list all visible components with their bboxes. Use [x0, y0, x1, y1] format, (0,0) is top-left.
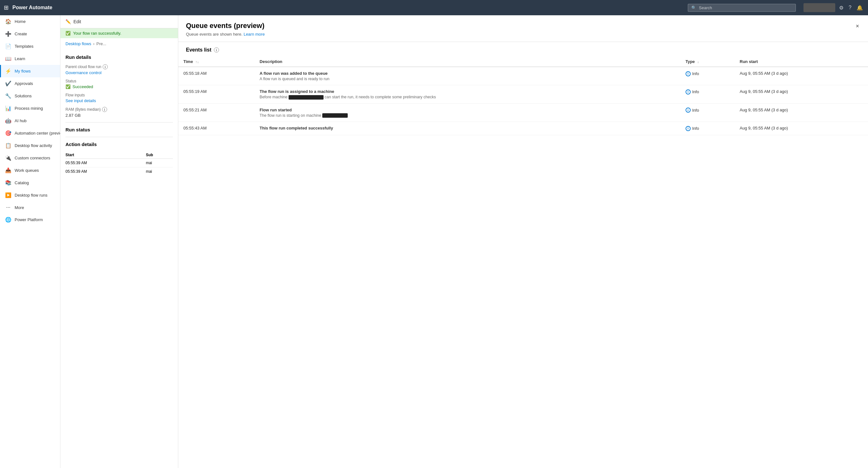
settings-icon[interactable]: ⚙	[838, 3, 845, 12]
info-circle-2: i	[686, 89, 691, 94]
event-row4-desc: This flow run completed successfully	[255, 122, 680, 135]
governance-control-link[interactable]: Governance control	[65, 70, 173, 75]
sidebar-item-power-platform[interactable]: 🌐 Power Platform	[0, 213, 60, 226]
sidebar-item-work-queues[interactable]: 📥 Work queues	[0, 164, 60, 177]
ram-info-icon[interactable]: ℹ	[102, 107, 107, 112]
event-row2-type: i Info	[680, 85, 735, 104]
home-icon: 🏠	[5, 19, 11, 25]
parent-cloud-flow-info-icon[interactable]: ℹ	[103, 64, 108, 69]
action-row2-start: 05:55:39 AM	[65, 167, 146, 176]
topbar-icons: ⚙ ? 🔔	[804, 3, 864, 12]
type-col-header: Type ↓	[680, 57, 735, 67]
event-row3-desc-sub: The flow run is starting on machine	[260, 113, 675, 118]
see-input-details-link[interactable]: See input details	[65, 98, 173, 103]
sidebar-item-automation-center[interactable]: 🎯 Automation center (previe...	[0, 127, 60, 139]
sidebar-item-learn[interactable]: 📖 Learn	[0, 53, 60, 65]
desktop-flow-activity-icon: 📋	[5, 143, 11, 149]
run-status-title: Run status	[65, 127, 173, 133]
type-badge-4: i Info	[686, 126, 699, 131]
event-row-3: 05:55:21 AM Flow run started The flow ru…	[178, 104, 868, 122]
content-area: ✏️ Edit ✅ Your flow ran successfully. De…	[60, 15, 868, 468]
learn-icon: 📖	[5, 56, 11, 62]
info-circle-1: i	[686, 71, 691, 76]
run-details-body: Run details Parent cloud flow run ℹ Gove…	[60, 49, 178, 181]
status-check-icon: ✅	[65, 84, 70, 89]
notifications-icon[interactable]: 🔔	[855, 3, 864, 12]
event-row3-time: 05:55:21 AM	[178, 104, 255, 122]
type-badge-1: i Info	[686, 71, 699, 76]
sidebar-item-home[interactable]: 🏠 Home	[0, 15, 60, 28]
action-details-title: Action details	[65, 142, 173, 147]
search-input[interactable]	[699, 5, 793, 10]
ram-value: 2.87 GB	[65, 113, 173, 118]
events-table-header-row: Time ↑↓ Description Type ↓ Run	[178, 57, 868, 67]
type-badge-3: i Info	[686, 108, 699, 113]
grid-icon[interactable]: ⊞	[4, 4, 8, 11]
search-bar[interactable]: 🔍	[688, 4, 796, 12]
sidebar-item-more[interactable]: ··· More	[0, 201, 60, 213]
action-row-2: 05:55:39 AM mai	[65, 167, 173, 176]
approvals-icon: ✔️	[5, 81, 11, 87]
action-row2-sub: mai	[146, 167, 173, 176]
learn-more-link[interactable]: Learn more	[244, 32, 265, 37]
sidebar-item-catalog[interactable]: 📚 Catalog	[0, 177, 60, 189]
help-icon[interactable]: ?	[847, 3, 853, 12]
power-platform-icon: 🌐	[5, 217, 11, 223]
start-col-header: Start	[65, 151, 146, 159]
user-avatar[interactable]	[804, 3, 835, 12]
catalog-icon: 📚	[5, 180, 11, 186]
sidebar-item-create[interactable]: ➕ Create	[0, 28, 60, 40]
sidebar-item-custom-connectors[interactable]: 🔌 Custom connectors	[0, 152, 60, 164]
breadcrumb-preview: Pre...	[96, 41, 106, 46]
action-row-1: 05:55:39 AM mai	[65, 159, 173, 167]
queue-events-panel: Queue events (preview) Queue events are …	[178, 15, 868, 468]
status-value: ✅ Succeeded	[65, 84, 173, 89]
sidebar-item-myflows[interactable]: ⚡ My flows	[0, 65, 60, 77]
myflows-icon: ⚡	[5, 68, 11, 74]
run-start-col-header: Run start	[735, 57, 868, 67]
event-row-4: 05:55:43 AM This flow run completed succ…	[178, 122, 868, 135]
event-row-2: 05:55:19 AM The flow run is assigned to …	[178, 85, 868, 104]
edit-header: ✏️ Edit	[60, 15, 178, 28]
edit-label[interactable]: Edit	[73, 19, 81, 24]
divider1	[65, 122, 173, 122]
search-icon: 🔍	[691, 5, 696, 10]
success-banner: ✅ Your flow ran successfully.	[60, 28, 178, 38]
sidebar-item-desktop-flow-runs[interactable]: ▶️ Desktop flow runs	[0, 189, 60, 201]
parent-cloud-flow-label: Parent cloud flow run ℹ	[65, 64, 173, 69]
desktop-flow-runs-icon: ▶️	[5, 192, 11, 198]
event-row2-runstart: Aug 9, 05:55 AM (3 d ago)	[735, 85, 868, 104]
event-row2-desc: The flow run is assigned to a machine Be…	[255, 85, 680, 104]
events-list-info-icon[interactable]: ℹ	[214, 48, 219, 53]
process-mining-icon: 📊	[5, 105, 11, 111]
close-button[interactable]: ×	[854, 22, 860, 31]
sidebar-item-ai-hub[interactable]: 🤖 AI hub	[0, 115, 60, 127]
ram-label: RAM (Bytes median) ℹ	[65, 107, 173, 112]
action-details-table: Start Sub 05:55:39 AM mai 05:55:39 AM ma…	[65, 151, 173, 176]
panel-header: Queue events (preview) Queue events are …	[178, 15, 868, 42]
custom-connectors-icon: 🔌	[5, 155, 11, 161]
info-circle-3: i	[686, 108, 691, 113]
type-sort-icon[interactable]: ↓	[697, 60, 699, 64]
app-name: Power Automate	[12, 5, 53, 10]
sidebar-item-process-mining[interactable]: 📊 Process mining	[0, 102, 60, 115]
create-icon: ➕	[5, 31, 11, 37]
sidebar-item-desktop-flow-activity[interactable]: 📋 Desktop flow activity	[0, 139, 60, 152]
events-list-title: Events list	[186, 47, 211, 53]
redacted-machine-name-3	[322, 113, 348, 118]
solutions-icon: 🔧	[5, 93, 11, 99]
time-sort-icon[interactable]: ↑↓	[195, 60, 199, 64]
event-row3-desc: Flow run started The flow run is startin…	[255, 104, 680, 122]
run-details-title: Run details	[65, 54, 173, 60]
info-circle-4: i	[686, 126, 691, 131]
type-badge-2: i Info	[686, 89, 699, 94]
sidebar-item-solutions[interactable]: 🔧 Solutions	[0, 90, 60, 102]
event-row4-runstart: Aug 9, 05:55 AM (3 d ago)	[735, 122, 868, 135]
action-row1-sub: mai	[146, 159, 173, 167]
flow-inputs-label: Flow inputs	[65, 93, 173, 97]
event-row1-desc: A flow run was added to the queue A flow…	[255, 67, 680, 85]
sidebar-item-approvals[interactable]: ✔️ Approvals	[0, 77, 60, 90]
event-row3-type: i Info	[680, 104, 735, 122]
sidebar-item-templates[interactable]: 📄 Templates	[0, 40, 60, 53]
breadcrumb-flows[interactable]: Desktop flows	[65, 41, 91, 46]
